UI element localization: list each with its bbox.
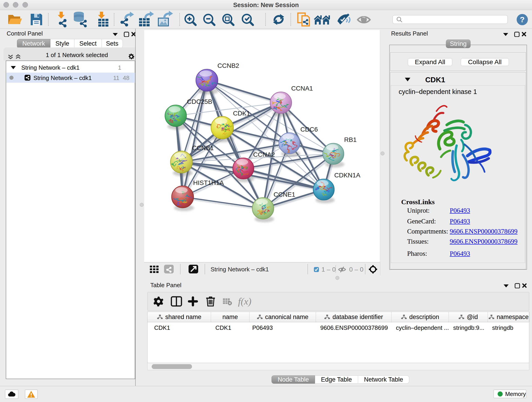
svg-text:HIST1H1A: HIST1H1A xyxy=(193,179,224,186)
svg-text:1 – 0: 1 – 0 xyxy=(322,266,336,273)
svg-text:String Network – cdk1: String Network – cdk1 xyxy=(210,266,269,273)
svg-text:CCNB2: CCNB2 xyxy=(217,62,239,69)
svg-text:CDK1: CDK1 xyxy=(233,110,250,117)
svg-text:0 – 0: 0 – 0 xyxy=(349,266,363,273)
svg-text:CDC6: CDC6 xyxy=(300,126,318,133)
svg-text:CCNA2: CCNA2 xyxy=(253,151,275,158)
svg-text:CDC25B: CDC25B xyxy=(187,98,212,105)
svg-text:CCNA1: CCNA1 xyxy=(291,85,313,92)
svg-text:RB1: RB1 xyxy=(344,136,356,143)
svg-text:f(x): f(x) xyxy=(238,296,251,307)
svg-text:CCNB1: CCNB1 xyxy=(192,144,214,152)
svg-text:CDKN1A: CDKN1A xyxy=(334,172,360,179)
svg-text:CCNE1: CCNE1 xyxy=(273,191,295,198)
